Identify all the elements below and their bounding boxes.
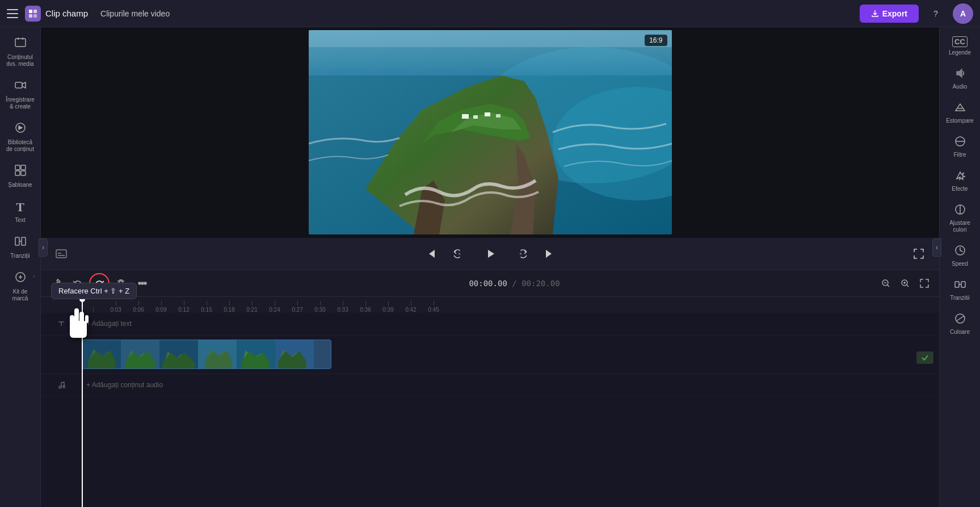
video-canvas [309,30,672,234]
zoom-in-button[interactable] [897,275,913,291]
ruler-mark-9: 0:27 [286,301,309,313]
undo-button[interactable] [69,275,86,292]
right-sidebar-item-speed[interactable]: Speed [942,240,978,272]
ruler-mark-13: 0:39 [377,301,399,313]
topbar-right: Export ? A [860,3,973,24]
help-button[interactable]: ? [926,3,946,24]
filters-icon [954,136,966,149]
ruler-mark-2: 0:06 [127,301,150,313]
right-sidebar-item-color[interactable]: Culoare [942,308,978,340]
svg-rect-27 [309,30,672,47]
svg-rect-2 [29,14,32,18]
clip-thumb-4 [198,340,237,368]
sidebar-item-brand[interactable]: Kit de marcă › [2,266,39,307]
transitions-right-icon [954,279,966,292]
main-area: Conținutul dvs. media Înregistrare & cre… [0,27,980,507]
skip-end-button[interactable] [541,245,558,262]
right-audio-label: Audio [953,83,968,90]
rewind-5-button[interactable]: 5 [451,245,469,263]
svg-rect-22 [462,114,469,119]
svg-marker-63 [957,69,962,77]
check-done-overlay [916,351,933,364]
nav-link-my-videos[interactable]: Clipurile mele video [95,7,175,20]
controls-right [910,245,928,263]
svg-point-34 [138,282,141,284]
time-current: 00:00.00 [469,279,507,288]
skip-start-button[interactable] [422,245,439,262]
ruler-mark-3: 0:09 [150,301,173,313]
add-text-button[interactable]: + Adăugați text [82,317,136,330]
right-sidebar-item-effects[interactable]: Efecte [942,165,978,197]
right-sidebar-item-captions[interactable]: CC Legende [942,32,978,61]
right-sidebar-item-audio[interactable]: Audio [942,63,978,95]
ruler-mark-12: 0:36 [354,301,377,313]
ruler-mark-7: 0:21 [241,301,263,313]
right-sidebar-item-transitions[interactable]: Tranzitii [942,274,978,306]
aspect-ratio-badge[interactable]: 16:9 [645,35,667,46]
expand-timeline-button[interactable] [916,275,932,291]
topbar: Clip champ Clipurile mele video Export ?… [0,0,980,27]
zoom-controls [878,275,932,291]
delete-button[interactable] [112,275,129,292]
redo-button[interactable] [91,275,108,292]
right-effects-label: Efecte [952,186,968,192]
video-track-row [41,336,939,374]
export-button[interactable]: Export [860,5,919,23]
sidebar-item-templates-label: Șabloane [8,182,32,188]
user-avatar-button[interactable]: A [953,3,973,24]
hamburger-menu[interactable] [7,9,18,18]
left-sidebar: Conținutul dvs. media Înregistrare & cre… [0,27,41,507]
center-area: 16:9 [41,27,939,507]
sidebar-item-templates[interactable]: Șabloane [2,160,39,193]
effects-icon [954,170,966,183]
ruler-mark-14: 0:42 [399,301,422,313]
sidebar-item-text[interactable]: T Text [2,195,39,228]
color-icon [954,313,966,326]
right-sidebar-collapse-button[interactable]: ‹ [932,238,941,257]
svg-rect-8 [21,165,26,170]
sidebar-item-transitions[interactable]: Tranziții [2,231,39,264]
svg-rect-10 [21,171,26,175]
sidebar-item-media[interactable]: Conținutul dvs. media [2,32,39,72]
sidebar-item-content-label: Bibliotecă de conținut [5,139,36,153]
time-total: / 00:20.00 [512,279,560,288]
video-clip-1[interactable] [82,340,331,369]
svg-rect-3 [33,14,37,18]
sidebar-collapse-button[interactable]: › [39,238,48,257]
brand-icon [14,271,27,286]
fullscreen-button[interactable] [910,245,928,263]
sidebar-item-record[interactable]: Înregistrare & create [2,74,39,115]
svg-rect-23 [473,115,478,119]
app-title: Clip champ [45,9,88,18]
svg-line-38 [888,284,890,287]
controls-left [52,246,70,262]
split-button[interactable] [134,275,151,292]
svg-line-42 [907,284,909,287]
svg-rect-11 [15,237,19,245]
svg-rect-5 [15,82,22,88]
right-fade-label: Estompare [946,118,973,124]
play-button[interactable] [480,244,500,264]
text-track-row: + Adăugați text [41,313,939,336]
clip-thumb-1 [82,340,121,368]
captions-button[interactable] [52,246,70,262]
timeline-ruler: 0:03 0:06 0:09 0:12 0:15 0:18 0:21 0:24 … [41,297,939,313]
right-sidebar-item-filters[interactable]: Filtre [942,131,978,163]
magic-tool-button[interactable] [48,275,65,292]
svg-rect-25 [496,114,500,118]
svg-point-33 [141,282,144,284]
color-adjust-icon [954,204,966,217]
right-sidebar-item-fade[interactable]: Estompare [942,97,978,129]
ruler-mark-6: 0:18 [218,301,241,313]
svg-text:5: 5 [459,252,461,255]
forward-5-button[interactable]: 5 [512,245,530,263]
right-sidebar-item-color-adjust[interactable]: Ajustare culori [942,199,978,238]
svg-rect-24 [485,112,490,116]
app-logo: Clip champ [25,6,88,22]
zoom-out-button[interactable] [878,275,894,291]
audio-icon [954,68,966,81]
content-library-icon [14,121,27,137]
sidebar-item-content-library[interactable]: Bibliotecă de conținut [2,117,39,157]
add-audio-button[interactable]: + Adăugați conținut audio [82,379,167,391]
sidebar-item-media-label: Conținutul dvs. media [5,54,36,68]
